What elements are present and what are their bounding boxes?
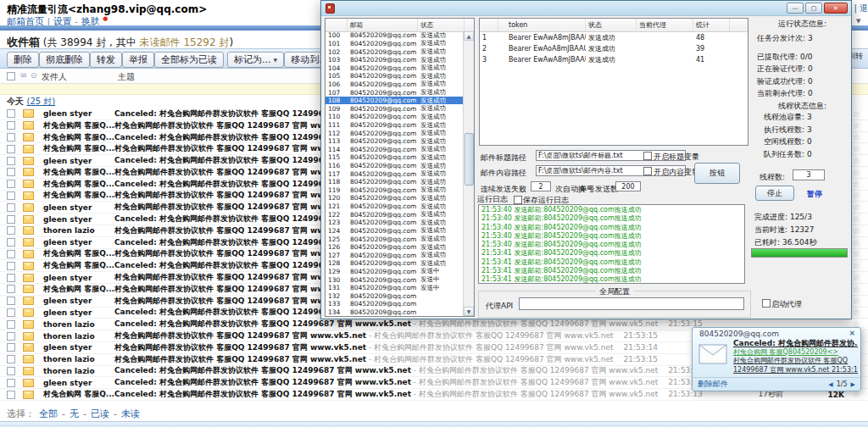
tool-title-bar[interactable]: — ▢ ✕ — [321, 1, 851, 16]
email-status-row[interactable]: 115 804520209@qq.com 发送成功 — [326, 153, 464, 162]
email-status-row[interactable]: 111 804520209@qq.com 发送成功 — [326, 121, 464, 130]
scroll-up-icon[interactable]: ▲ — [464, 31, 474, 41]
row-checkbox[interactable] — [7, 332, 15, 341]
email-status-row[interactable]: 108 804520209@qq.com 发送成功 — [326, 97, 464, 105]
email-status-row[interactable]: 130 804520209@qq.com 发送中 — [326, 275, 464, 284]
email-status-row[interactable]: 106 804520209@qq.com 发送成功 — [326, 80, 464, 89]
select-unread-link[interactable]: 未读 — [121, 408, 140, 420]
minimize-button[interactable]: — — [787, 3, 804, 14]
group-count-link[interactable]: (25 封) — [26, 97, 55, 106]
select-none-link[interactable]: 无 — [70, 408, 79, 420]
row-checkbox[interactable] — [7, 226, 15, 235]
row-checkbox[interactable] — [7, 250, 15, 258]
select-all-link[interactable]: 全部 — [39, 408, 58, 420]
email-status-row[interactable]: 117 804520209@qq.com 发送成功 — [326, 169, 464, 178]
popup-close-icon[interactable]: × — [849, 329, 855, 337]
email-status-row[interactable]: 105 804520209@qq.com 发送成功 — [326, 72, 464, 80]
row-checkbox[interactable] — [7, 180, 15, 188]
popup-subject-link[interactable]: Canceled: 村兔合购网邮件群发协... — [733, 339, 858, 348]
row-checkbox[interactable] — [7, 367, 15, 375]
email-status-row[interactable]: 124 804520209@qq.com 发送成功 — [326, 227, 464, 236]
toolbar-button[interactable]: 全部标为已读 — [154, 52, 224, 68]
thread-count-input[interactable] — [793, 169, 825, 180]
email-status-row[interactable]: 125 804520209@qq.com 发送成功 — [326, 235, 464, 243]
email-list-scrollbar[interactable]: ▲ ▼ — [463, 31, 474, 316]
row-checkbox[interactable] — [7, 145, 15, 153]
row-checkbox[interactable] — [7, 157, 15, 165]
row-checkbox[interactable] — [7, 191, 15, 200]
email-status-row[interactable]: 129 804520209@qq.com 发送中 — [326, 268, 464, 276]
maximize-button[interactable]: ▢ — [805, 3, 822, 14]
content-var-checkbox[interactable] — [643, 167, 652, 175]
email-status-row[interactable]: 128 804520209@qq.com 发送成功 — [326, 259, 464, 268]
email-status-row[interactable]: 119 804520209@qq.com 发送成功 — [326, 186, 464, 195]
proxy-api-input[interactable] — [519, 297, 744, 310]
start-proxy-checkbox[interactable] — [762, 299, 771, 308]
row-checkbox[interactable] — [7, 203, 15, 212]
action-button[interactable]: 按钮 — [694, 163, 740, 184]
email-status-row[interactable]: 110 804520209@qq.com 发送成功 — [326, 113, 464, 121]
row-checkbox[interactable] — [7, 109, 15, 118]
row-checkbox[interactable] — [7, 133, 15, 141]
email-status-row[interactable]: 122 804520209@qq.com 发送成功 — [326, 210, 464, 219]
email-status-row[interactable]: 127 804520209@qq.com 发送成功 — [326, 251, 464, 259]
select-read-link[interactable]: 已读 — [91, 408, 109, 420]
email-status-row[interactable]: 101 804520209@qq.com 发送成功 — [326, 40, 464, 48]
email-status-row[interactable]: 100 804520209@qq.com 发送成功 — [326, 31, 464, 40]
scrollbar-thumb[interactable] — [465, 133, 474, 186]
toolbar-button[interactable]: 转发 — [90, 52, 122, 68]
email-status-row[interactable]: 120 804520209@qq.com 发送成功 — [326, 194, 464, 202]
toolbar-button[interactable]: 举报 — [122, 52, 154, 68]
row-checkbox[interactable] — [7, 215, 15, 224]
title-var-checkbox[interactable] — [643, 152, 652, 160]
email-status-row[interactable]: 103 804520209@qq.com 发送成功 — [326, 56, 464, 64]
chevron-down-icon[interactable]: ▼ — [856, 18, 860, 25]
row-checkbox[interactable] — [7, 121, 15, 130]
scroll-down-icon[interactable]: ▼ — [464, 307, 474, 316]
row-checkbox[interactable] — [7, 274, 15, 282]
pause-link[interactable]: 暂停 — [807, 189, 822, 200]
per-account-input[interactable] — [615, 181, 641, 191]
row-checkbox[interactable] — [7, 355, 15, 363]
email-status-row[interactable]: 114 804520209@qq.com 发送成功 — [326, 146, 464, 154]
save-log-checkbox[interactable] — [514, 196, 522, 204]
popup-delete-link[interactable]: 删除邮件 — [698, 379, 728, 390]
email-status-row[interactable]: 123 804520209@qq.com 发送成功 — [326, 219, 464, 227]
token-row[interactable]: 2 Bearer EwAoA8mJBAAUB... 发送成功 39 — [480, 43, 748, 54]
token-row[interactable]: 3 Bearer EwAwA8mJBAAUB... 发送成功 41 — [480, 54, 748, 65]
email-status-row[interactable]: 132 804520209@qq.com — [326, 292, 464, 301]
row-checkbox[interactable] — [7, 168, 15, 176]
stop-button[interactable]: 停止 — [755, 186, 794, 201]
email-status-row[interactable]: 131 804520209@qq.com 发送中 — [326, 284, 464, 292]
row-checkbox[interactable] — [7, 262, 15, 270]
email-status-row[interactable]: 112 804520209@qq.com 发送成功 — [326, 129, 464, 137]
email-status-row[interactable]: 104 804520209@qq.com 发送成功 — [326, 64, 464, 72]
token-row[interactable]: 1 Bearer EwAwA8mJBAAUB... 发送成功 48 — [480, 32, 748, 43]
toolbar-dropdown-button[interactable]: 标记为...▼ — [227, 52, 284, 68]
next-icon[interactable]: ▶ — [851, 381, 855, 388]
select-all-checkbox[interactable] — [7, 72, 15, 80]
prev-icon[interactable]: ◀ — [828, 381, 832, 388]
email-status-row[interactable]: 133 804520209@qq.com — [326, 300, 464, 308]
row-checkbox[interactable] — [7, 320, 15, 329]
email-status-row[interactable]: 102 804520209@qq.com 发送成功 — [326, 47, 464, 56]
toolbar-button[interactable]: 删除 — [7, 52, 39, 68]
email-status-row[interactable]: 113 804520209@qq.com 发送成功 — [326, 137, 464, 146]
email-status-row[interactable]: 116 804520209@qq.com 发送成功 — [326, 162, 464, 170]
email-status-row[interactable]: 126 804520209@qq.com 发送成功 — [326, 243, 464, 252]
close-button[interactable]: ✕ — [824, 3, 848, 14]
email-status-row[interactable]: 118 804520209@qq.com 发送成功 — [326, 178, 464, 186]
row-checkbox[interactable] — [7, 343, 15, 352]
row-checkbox[interactable] — [7, 308, 15, 317]
email-status-row[interactable]: 109 804520209@qq.com 发送成功 — [326, 104, 464, 113]
row-checkbox[interactable] — [7, 391, 15, 399]
unread-count-link[interactable]: 未读邮件 15292 封 — [140, 36, 230, 48]
fail-count-input[interactable] — [531, 181, 551, 191]
row-checkbox[interactable] — [7, 379, 15, 387]
row-checkbox[interactable] — [7, 297, 15, 305]
row-checkbox[interactable] — [7, 285, 15, 293]
email-status-row[interactable]: 134 804520209@qq.com — [326, 308, 464, 317]
email-status-row[interactable]: 121 804520209@qq.com 发送成功 — [326, 202, 464, 211]
toolbar-button[interactable]: 彻底删除 — [39, 52, 90, 68]
row-checkbox[interactable] — [7, 238, 15, 247]
